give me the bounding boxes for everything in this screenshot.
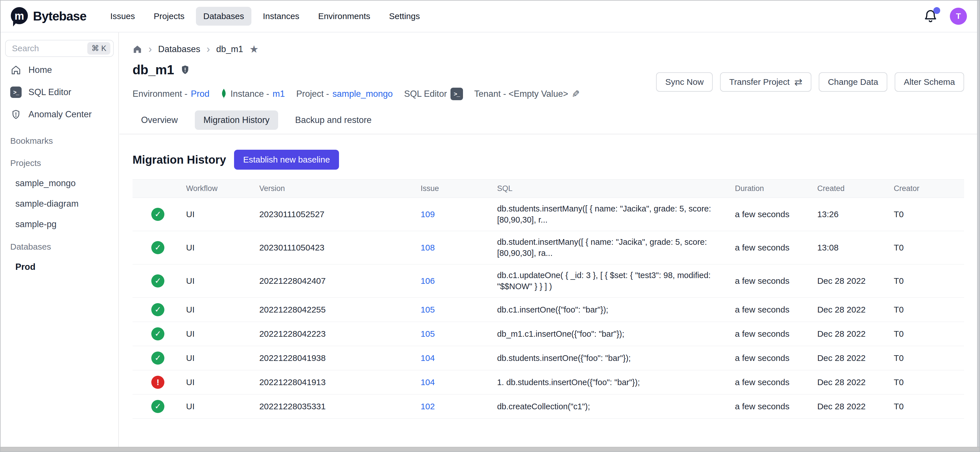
version-cell: 20221228042223 (256, 322, 418, 346)
created-cell: Dec 28 2022 (815, 298, 891, 322)
sidebar-item-label: SQL Editor (29, 87, 71, 97)
environment-link[interactable]: Prod (191, 89, 209, 99)
sql-editor-terminal-icon[interactable]: >_ (450, 88, 463, 100)
status-icon (151, 376, 164, 389)
vertical-scrollbar[interactable] (977, 0, 980, 447)
status-cell (132, 322, 183, 346)
issue-link[interactable]: 105 (418, 298, 494, 322)
sync-now-button[interactable]: Sync Now (656, 72, 713, 92)
search-input[interactable] (12, 43, 87, 53)
status-cell (132, 231, 183, 264)
table-row: UI 20230111052527 109 db.students.insert… (132, 198, 964, 231)
sql-cell: db.students.insertOne({"foo": "bar"}); (494, 346, 732, 370)
issue-link[interactable]: 106 (418, 264, 494, 298)
search-box: ⌘ K (5, 40, 114, 57)
creator-cell: T0 (891, 298, 964, 322)
version-cell: 20230111050423 (256, 231, 418, 264)
breadcrumb-current: db_m1 (216, 44, 243, 54)
creator-cell: T0 (891, 264, 964, 298)
nav-item[interactable]: Settings (382, 7, 427, 26)
instance-link[interactable]: m1 (273, 89, 285, 99)
created-cell: Dec 28 2022 (815, 322, 891, 346)
shield-alert-icon (10, 109, 22, 120)
notification-bell-icon[interactable] (923, 9, 938, 24)
home-icon (10, 64, 22, 76)
nav-item[interactable]: Environments (311, 7, 378, 26)
table-row: UI 20221228041913 104 1. db.students.ins… (132, 370, 964, 395)
tab[interactable]: Migration History (195, 110, 278, 130)
status-icon (151, 327, 164, 340)
created-cell: Dec 28 2022 (815, 346, 891, 370)
nav-item[interactable]: Projects (146, 7, 192, 26)
duration-cell: a few seconds (732, 346, 814, 370)
migration-history-table: Workflow Version Issue SQL Duration Crea… (132, 179, 964, 419)
edit-pencil-icon[interactable]: ✎ (572, 88, 580, 100)
sidebar-item-anomaly-center[interactable]: Anomaly Center (5, 105, 114, 123)
alter-schema-button[interactable]: Alter Schema (895, 72, 964, 92)
tab-divider (119, 134, 977, 134)
creator-cell: T0 (891, 395, 964, 419)
migration-history-title: Migration History (132, 153, 226, 166)
breadcrumb-home-icon[interactable] (132, 45, 142, 54)
duration-cell: a few seconds (732, 264, 814, 298)
sidebar-item-sql-editor[interactable]: >_ SQL Editor (5, 83, 114, 101)
workflow-cell: UI (183, 298, 256, 322)
table-row: UI 20221228035331 102 db.createCollectio… (132, 395, 964, 419)
breadcrumb-databases[interactable]: Databases (158, 44, 200, 54)
sidebar-item-label: Home (29, 65, 52, 75)
sidebar-item-home[interactable]: Home (5, 61, 114, 79)
brand-name: Bytebase (33, 9, 86, 23)
bookmark-star-icon[interactable]: ★ (250, 43, 259, 55)
issue-link[interactable]: 104 (418, 370, 494, 395)
workflow-cell: UI (183, 346, 256, 370)
sql-cell: db.createCollection("c1"); (494, 395, 732, 419)
issue-link[interactable]: 102 (418, 395, 494, 419)
sidebar-database-item[interactable]: Prod (5, 262, 114, 272)
sidebar-project-item[interactable]: sample-pg (5, 219, 114, 229)
change-data-button[interactable]: Change Data (819, 72, 887, 92)
version-cell: 20221228042255 (256, 298, 418, 322)
sidebar-section-databases: Databases (5, 242, 114, 252)
status-cell (132, 370, 183, 395)
bytebase-logo[interactable]: m Bytebase (11, 7, 86, 26)
workflow-cell: UI (183, 395, 256, 419)
sidebar-project-item[interactable]: sample_mongo (5, 178, 114, 188)
tab[interactable]: Overview (132, 110, 186, 130)
transfer-arrows-icon: ⇄ (794, 76, 803, 88)
sql-cell: db.c1.insertOne({"foo": "bar"}); (494, 298, 732, 322)
issue-link[interactable]: 105 (418, 322, 494, 346)
nav-item[interactable]: Instances (255, 7, 307, 26)
nav-item[interactable]: Issues (103, 7, 143, 26)
created-cell: 13:26 (815, 198, 891, 231)
version-cell: 20221228042407 (256, 264, 418, 298)
establish-baseline-button[interactable]: Establish new baseline (234, 150, 339, 169)
duration-cell: a few seconds (732, 395, 814, 419)
issue-link[interactable]: 104 (418, 346, 494, 370)
breadcrumb: › Databases › db_m1 ★ (132, 43, 964, 55)
user-avatar[interactable]: T (950, 8, 967, 25)
status-cell (132, 298, 183, 322)
col-duration: Duration (732, 180, 814, 198)
table-row: UI 20230111050423 108 db.student.insertM… (132, 231, 964, 264)
meta-project: Project - sample_mongo (296, 89, 393, 99)
sidebar-project-item[interactable]: sample-diagram (5, 199, 114, 209)
nav-item[interactable]: Databases (196, 7, 251, 26)
col-creator: Creator (891, 180, 964, 198)
col-workflow: Workflow (183, 180, 256, 198)
status-icon (151, 400, 164, 413)
horizontal-scrollbar[interactable] (0, 447, 980, 452)
col-sql: SQL (494, 180, 732, 198)
issue-link[interactable]: 108 (418, 231, 494, 264)
migration-history-header: Migration History Establish new baseline (132, 150, 964, 169)
tab[interactable]: Backup and restore (287, 110, 380, 130)
project-link[interactable]: sample_mongo (332, 89, 393, 99)
sql-cell: db.c1.updateOne( { _id: 3 }, [ { $set: {… (494, 264, 732, 298)
creator-cell: T0 (891, 198, 964, 231)
issue-link[interactable]: 109 (418, 198, 494, 231)
meta-tenant: Tenant - <Empty Value> ✎ (474, 88, 580, 100)
meta-environment: Environment - Prod (132, 89, 209, 99)
transfer-project-button[interactable]: Transfer Project ⇄ (720, 72, 811, 92)
status-cell (132, 395, 183, 419)
version-cell: 20221228041913 (256, 370, 418, 395)
status-icon (151, 351, 164, 365)
